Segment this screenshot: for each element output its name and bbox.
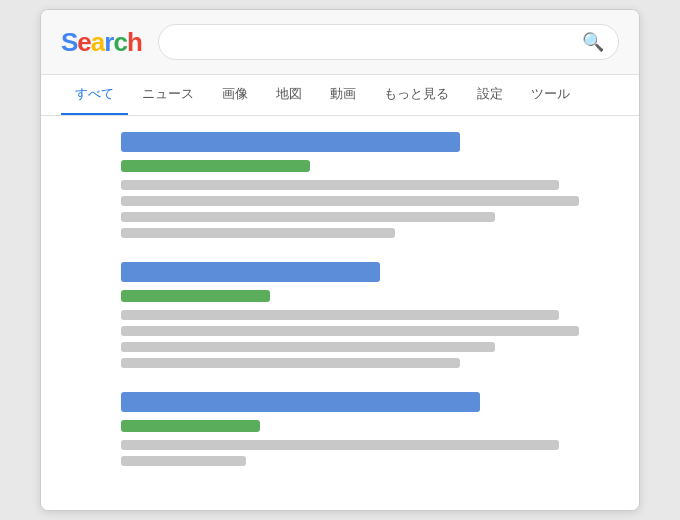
logo-letter-a: a	[91, 27, 104, 57]
search-bar[interactable]: 🔍	[158, 24, 619, 60]
tab-more[interactable]: もっと見る	[370, 75, 463, 115]
tab-settings[interactable]: 設定	[463, 75, 517, 115]
result-item	[121, 262, 619, 368]
logo: Search	[61, 27, 142, 58]
result-line	[121, 196, 579, 206]
result-title-bar[interactable]	[121, 262, 380, 282]
result-line	[121, 342, 495, 352]
tab-tools[interactable]: ツール	[517, 75, 584, 115]
logo-letter-c: c	[113, 27, 126, 57]
logo-letter-e: e	[77, 27, 90, 57]
result-url-bar	[121, 290, 270, 302]
tab-images[interactable]: 画像	[208, 75, 262, 115]
logo-letter-h: h	[127, 27, 142, 57]
result-line	[121, 228, 395, 238]
result-title-bar[interactable]	[121, 132, 460, 152]
search-input[interactable]	[173, 34, 582, 51]
search-results	[41, 116, 639, 510]
result-item	[121, 392, 619, 466]
result-line	[121, 180, 559, 190]
result-line	[121, 456, 246, 466]
nav-tabs: すべて ニュース 画像 地図 動画 もっと見る 設定 ツール	[41, 75, 639, 116]
result-line	[121, 212, 495, 222]
result-item	[121, 132, 619, 238]
logo-letter-s: S	[61, 27, 77, 57]
browser-window: Search 🔍 すべて ニュース 画像 地図 動画 もっと見る 設定 ツール	[40, 9, 640, 511]
result-line	[121, 440, 559, 450]
search-icon[interactable]: 🔍	[582, 31, 604, 53]
tab-maps[interactable]: 地図	[262, 75, 316, 115]
tab-all[interactable]: すべて	[61, 75, 128, 115]
result-title-bar[interactable]	[121, 392, 480, 412]
tab-video[interactable]: 動画	[316, 75, 370, 115]
result-url-bar	[121, 160, 310, 172]
result-url-bar	[121, 420, 260, 432]
result-line	[121, 310, 559, 320]
header: Search 🔍	[41, 10, 639, 75]
tab-news[interactable]: ニュース	[128, 75, 208, 115]
result-line	[121, 326, 579, 336]
result-line	[121, 358, 460, 368]
